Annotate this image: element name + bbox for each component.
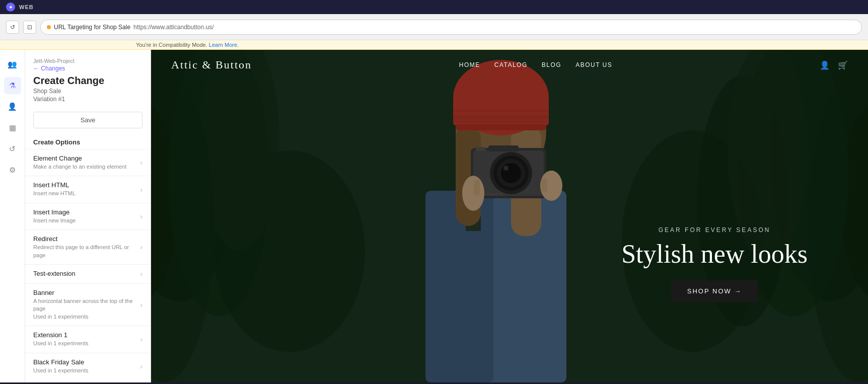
nav-about[interactable]: ABOUT US [575, 61, 612, 68]
option-redirect[interactable]: Redirect Redirect this page to a differe… [25, 229, 151, 264]
nav-blog[interactable]: BLOG [542, 61, 561, 68]
page-subtitle: Shop Sale [33, 88, 142, 95]
hero-content: GEAR FOR EVERY SEASON Stylish new looks … [621, 226, 808, 302]
chevron-right-icon: › [140, 362, 142, 370]
url-text: https://www.atticandbutton.us/ [133, 24, 213, 31]
app-title: WEB [19, 4, 34, 10]
forest-svg [151, 50, 868, 382]
option-black-friday-sale[interactable]: Black Friday Sale Used in 1 experiments … [25, 353, 151, 379]
chevron-right-icon: › [140, 212, 142, 220]
site-nav: Attic & Button HOME CATALOG BLOG ABOUT U… [151, 50, 868, 80]
preview-area: Attic & Button HOME CATALOG BLOG ABOUT U… [151, 50, 868, 382]
option-element-change[interactable]: Element Change Make a change to an exist… [25, 149, 151, 176]
app-logo: ✦ [6, 3, 15, 12]
left-panel: Jett-Web-Project ← Changes Create Change… [25, 50, 151, 382]
option-banner[interactable]: Banner A horizontal banner across the to… [25, 283, 151, 326]
chevron-right-icon: › [140, 243, 142, 251]
chevron-right-icon: › [140, 186, 142, 194]
browser-chrome: ↺ ⊡ URL Targeting for Shop Sale https://… [0, 14, 868, 40]
chevron-right-icon: › [140, 159, 142, 167]
chevron-right-icon: › [140, 335, 142, 343]
nav-catalog[interactable]: CATALOG [494, 61, 528, 68]
option-extension-1[interactable]: Extension 1 Used in 1 experiments › [25, 326, 151, 352]
flask-icon-btn[interactable]: ⚗ [4, 77, 21, 94]
shop-now-button[interactable]: SHOP NOW → [671, 280, 758, 302]
top-bar: ✦ WEB [0, 0, 868, 14]
hero-subtitle: GEAR FOR EVERY SEASON [621, 226, 808, 234]
nav-home[interactable]: HOME [459, 61, 480, 68]
cart-icon[interactable]: 🛒 [838, 60, 848, 70]
site-nav-icons: 👤 🛒 [820, 60, 848, 70]
url-label: URL Targeting for Shop Sale [54, 24, 130, 31]
layout-icon-btn[interactable]: ▦ [4, 119, 21, 136]
site-nav-links: HOME CATALOG BLOG ABOUT US [459, 61, 613, 68]
create-options-title: Create Options [25, 133, 151, 149]
page-title: Create Change [33, 75, 142, 87]
option-test-extension[interactable]: Test-extension › [25, 264, 151, 283]
history-icon-btn[interactable]: ↺ [4, 140, 21, 158]
main-layout: 👥 ⚗ 👤 ▦ ↺ ⚙ Jett-Web-Project ← Changes C… [0, 50, 868, 382]
users-icon-btn[interactable]: 👥 [4, 56, 21, 73]
hero-title: Stylish new looks [621, 240, 808, 268]
site-preview: Attic & Button HOME CATALOG BLOG ABOUT U… [151, 50, 868, 382]
icon-sidebar: 👥 ⚗ 👤 ▦ ↺ ⚙ [0, 50, 25, 382]
settings-icon-btn[interactable]: ⚙ [4, 162, 21, 179]
user-icon[interactable]: 👤 [820, 60, 830, 70]
browser-back-btn[interactable]: ↺ [6, 21, 19, 34]
option-insert-image[interactable]: Insert Image Insert new Image › [25, 203, 151, 229]
site-logo: Attic & Button [171, 58, 252, 71]
chevron-right-icon: › [140, 270, 142, 278]
panel-header: Jett-Web-Project ← Changes Create Change… [25, 50, 151, 107]
browser-url-bar[interactable]: URL Targeting for Shop Sale https://www.… [40, 20, 862, 35]
chevron-right-icon: › [140, 301, 142, 309]
project-label: Jett-Web-Project [33, 58, 142, 64]
compat-bar: You're in Compatibility Mode. Learn More… [0, 40, 868, 50]
save-button[interactable]: Save [33, 112, 142, 128]
extensions-note: You can create new Extensions in the Ext… [25, 379, 151, 382]
back-link[interactable]: ← Changes [33, 65, 142, 72]
option-insert-html[interactable]: Insert HTML Insert new HTML › [25, 176, 151, 202]
browser-forward-btn[interactable]: ⊡ [23, 21, 36, 34]
url-indicator [47, 25, 51, 29]
learn-more-link[interactable]: Learn More. [209, 42, 239, 48]
svg-rect-41 [151, 50, 868, 382]
person-icon-btn[interactable]: 👤 [4, 98, 21, 115]
variation-label: Variation #1 [33, 96, 142, 103]
